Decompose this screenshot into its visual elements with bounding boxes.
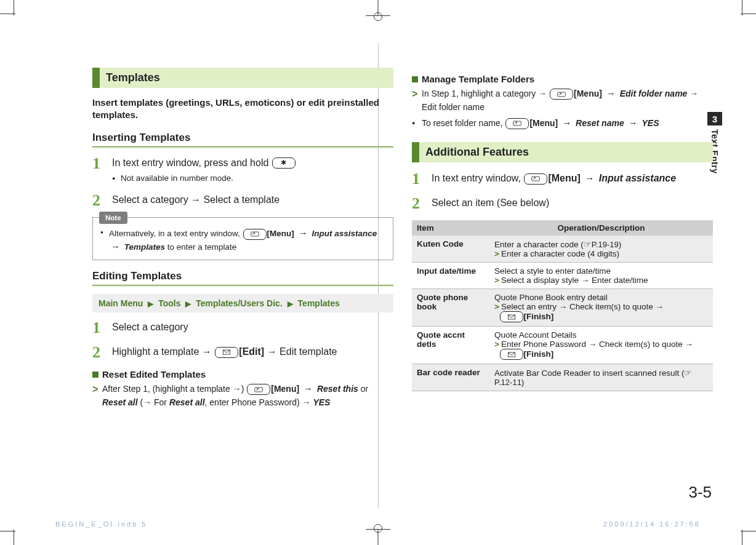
text: In text entry window, — [432, 173, 523, 183]
text: To reset folder name, — [422, 118, 505, 128]
step-body: In text entry window, [Menu] → Input ass… — [432, 171, 676, 185]
softkey-icon — [524, 173, 547, 185]
step-text: Select an item (See below) — [432, 196, 549, 210]
softkey-icon — [505, 118, 529, 129]
note-text: Alternatively, in a text entry window, — [109, 229, 243, 238]
cmd-templates: Templates — [124, 242, 165, 252]
step-text: Select a category — [112, 320, 188, 334]
manage-line1: > In Step 1, highlight a category → [Men… — [412, 87, 713, 114]
path-b: Tools — [158, 298, 180, 308]
subhead-editing: Editing Templates — [92, 270, 393, 282]
section-title: Templates — [100, 68, 166, 88]
footer-left: BEGIN_E_OI.indb 5 — [55, 520, 147, 528]
features-table: Item Operation/Description Kuten Code En… — [412, 220, 713, 391]
text: (→ For — [138, 397, 169, 407]
step-text: In text entry window, press and hold — [112, 157, 271, 168]
note-box: Note Alternatively, in a text entry wind… — [92, 217, 393, 260]
step-number: 2 — [412, 196, 424, 212]
mail-key-icon — [500, 311, 523, 322]
cmd-yes: YES — [641, 118, 659, 128]
manage-line2: To reset folder name, [Menu] → Reset nam… — [412, 116, 713, 130]
menu-label: [Menu] — [271, 384, 299, 394]
row-barcode-desc: Activate Bar Code Reader to insert scann… — [489, 364, 713, 391]
cmd-yes: YES — [313, 397, 330, 407]
star-key-icon: ✱ — [272, 157, 296, 169]
text: After Step 1, (highlight a template →) — [102, 384, 246, 394]
right-column: Manage Template Folders > In Step 1, hig… — [412, 68, 713, 483]
svg-rect-5 — [532, 177, 540, 181]
step-body: In text entry window, press and hold ✱ N… — [112, 156, 296, 185]
row-phonebook-desc: Quote Phone Book entry detail >Select an… — [489, 289, 713, 327]
cmd-edit-folder: Edit folder name — [620, 89, 688, 98]
left-column: Templates Insert templates (greetings, U… — [92, 68, 393, 483]
edit-label: [Edit] — [239, 346, 264, 357]
row-phonebook-name: Quote phone book — [412, 289, 489, 327]
row-date-name: Input date/time — [412, 263, 489, 289]
svg-rect-3 — [558, 92, 566, 97]
mini-head-reset: Reset Edited Templates — [92, 369, 393, 380]
col-operation: Operation/Description — [489, 220, 713, 236]
section-additional: Additional Features — [412, 142, 713, 162]
row-kuten-name: Kuten Code — [412, 236, 489, 263]
step-number: 2 — [92, 193, 105, 209]
col-item: Item — [412, 220, 489, 236]
step-text: Select a category → Select a template — [112, 193, 279, 207]
step-note: Not available in number mode. — [112, 172, 296, 185]
cmd-reset-this: Reset this — [317, 384, 358, 394]
subhead-inserting: Inserting Templates — [92, 132, 393, 144]
row-kuten-desc: Enter a character code (☞P.19-19) >Enter… — [489, 236, 713, 263]
page-number: 3-5 — [688, 483, 712, 502]
path-d: Templates — [298, 298, 340, 308]
softkey-icon — [550, 89, 573, 100]
svg-rect-4 — [513, 121, 521, 125]
row-account-name: Quote accnt detls — [412, 327, 489, 364]
mini-head-text: Reset Edited Templates — [102, 369, 206, 380]
intro-text: Insert templates (greetings, URLs, emoti… — [92, 97, 393, 122]
mini-head-manage: Manage Template Folders — [412, 74, 713, 84]
text: or — [358, 384, 368, 394]
mail-key-icon — [215, 347, 238, 358]
step-body: Highlight a template → [Edit] → Edit tem… — [112, 344, 337, 359]
softkey-icon — [247, 384, 270, 395]
section-templates: Templates — [92, 68, 393, 88]
cmd-reset-all: Reset all — [102, 397, 138, 407]
text: , enter Phone Password) → — [205, 397, 313, 407]
step-number: 1 — [412, 171, 424, 187]
cmd-input-assistance: Input assistance — [599, 173, 676, 183]
cmd-reset-name: Reset name — [576, 118, 624, 128]
note-tail: to enter a template — [165, 242, 236, 252]
menu-label: [Menu] — [267, 229, 294, 238]
cmd-input-assistance: Input assistance — [312, 229, 377, 238]
menu-path: Main Menu ▶ Tools ▶ Templates/Users Dic.… — [92, 294, 393, 312]
row-account-desc: Quote Account Details >Enter Phone Passw… — [489, 327, 713, 364]
menu-label: [Menu] — [529, 118, 558, 128]
row-date-desc: Select a style to enter date/time >Selec… — [489, 263, 713, 289]
softkey-icon — [243, 229, 267, 240]
footer-right: 2009/12/14 16:27:58 — [603, 520, 701, 528]
section-title: Additional Features — [419, 142, 535, 162]
step-text: → Edit template — [267, 346, 337, 357]
step-number: 1 — [92, 320, 105, 336]
step-number: 2 — [92, 344, 105, 360]
text: In Step 1, highlight a category → — [422, 89, 549, 98]
mini-head-text: Manage Template Folders — [422, 74, 534, 84]
path-c: Templates/Users Dic. — [196, 298, 283, 308]
row-barcode-name: Bar code reader — [412, 364, 489, 391]
note-label: Note — [99, 212, 127, 224]
svg-rect-0 — [251, 232, 259, 236]
step-text: Highlight a template → — [112, 346, 214, 357]
mail-key-icon — [500, 349, 523, 360]
menu-label: [Menu] — [548, 173, 580, 183]
path-a: Main Menu — [99, 298, 143, 308]
reset-line: > After Step 1, (highlight a template →)… — [92, 382, 393, 409]
menu-label: [Menu] — [574, 89, 602, 98]
step-number: 1 — [92, 156, 105, 172]
cmd-reset-all: Reset all — [169, 397, 205, 407]
svg-rect-2 — [255, 388, 263, 392]
